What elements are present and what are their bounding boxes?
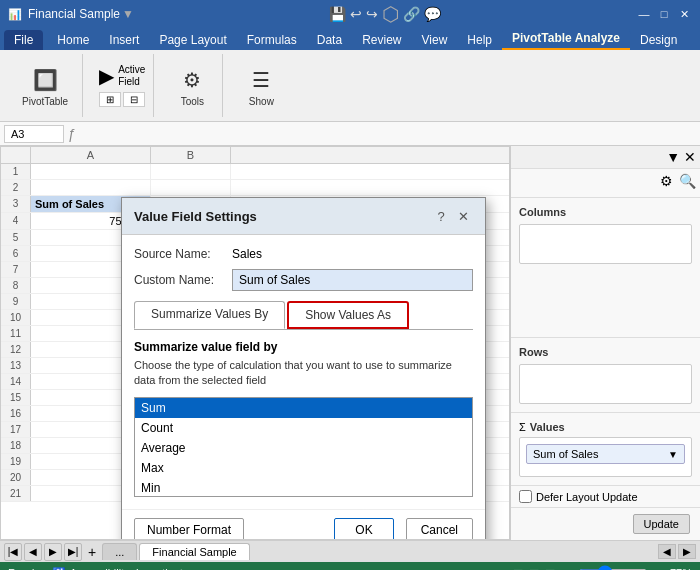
- values-field-dropdown-icon[interactable]: ▼: [668, 449, 678, 460]
- number-format-button[interactable]: Number Format: [134, 518, 244, 540]
- list-item-count[interactable]: Count: [135, 418, 472, 438]
- list-item-average[interactable]: Average: [135, 438, 472, 458]
- tab-file[interactable]: File: [4, 30, 43, 50]
- source-name-value: Sales: [232, 247, 262, 261]
- accessibility-status[interactable]: ♿ Accessibility: Investigate: [52, 567, 189, 571]
- status-bar: Ready ♿ Accessibility: Investigate ▦ ▤ ▣…: [0, 562, 700, 570]
- expand-field-button[interactable]: ⊞: [99, 92, 121, 107]
- tab-summarize-values-by[interactable]: Summarize Values By: [134, 301, 285, 329]
- sheet-navigation: |◀ ◀ ▶ ▶|: [4, 543, 82, 561]
- add-sheet-button[interactable]: +: [84, 544, 100, 560]
- search-icon[interactable]: 🔍: [679, 173, 696, 189]
- cell-reference-input[interactable]: [4, 125, 64, 143]
- panel-collapse-button[interactable]: ▼: [666, 149, 680, 165]
- tab-design[interactable]: Design: [630, 30, 687, 50]
- list-item-min[interactable]: Min: [135, 478, 472, 497]
- title-bar-text: Financial Sample: [28, 7, 120, 21]
- defer-layout-checkbox[interactable]: [519, 490, 532, 503]
- minimize-button[interactable]: —: [636, 6, 652, 22]
- view-icons: ▦ ▤ ▣: [513, 567, 555, 571]
- sigma-icon: Σ: [519, 421, 526, 433]
- dialog-body: Source Name: Sales Custom Name: Summariz…: [122, 235, 485, 509]
- zoom-slider[interactable]: [578, 565, 648, 570]
- maximize-button[interactable]: □: [656, 6, 672, 22]
- values-field-text: Sum of Sales: [533, 448, 664, 460]
- value-field-settings-dialog: Value Field Settings ? ✕ Source Name: Sa…: [121, 197, 486, 540]
- panel-close-button[interactable]: ✕: [684, 149, 696, 165]
- ribbon-group-active-field: ▶ ActiveField ⊞ ⊟: [91, 54, 154, 117]
- col-header-a: A: [31, 147, 151, 163]
- calculation-type-list[interactable]: Sum Count Average Max Min Product: [134, 397, 473, 497]
- sheet-nav-last-button[interactable]: ▶|: [64, 543, 82, 561]
- columns-field-area[interactable]: [519, 224, 692, 264]
- ribbon-group-pivottable: 🔲 PivotTable: [8, 54, 83, 117]
- tools-label: Tools: [181, 96, 204, 107]
- dropdown-icon: ▼: [122, 7, 134, 21]
- values-field-area[interactable]: Sum of Sales ▼: [519, 437, 692, 477]
- sheet-tab-financial-sample[interactable]: Financial Sample: [139, 543, 249, 560]
- dialog-action-buttons: OK Cancel: [334, 518, 473, 540]
- tab-review[interactable]: Review: [352, 30, 411, 50]
- sheet-nav-prev-button[interactable]: ◀: [24, 543, 42, 561]
- page-break-view-icon[interactable]: ▣: [545, 567, 555, 571]
- source-name-label: Source Name:: [134, 247, 224, 261]
- table-row: 1: [1, 164, 509, 180]
- redo-icon[interactable]: ↪: [366, 6, 378, 22]
- tab-show-values-as[interactable]: Show Values As: [287, 301, 409, 329]
- collapse-field-button[interactable]: ⊟: [123, 92, 145, 107]
- dialog-close-button[interactable]: ✕: [453, 206, 473, 226]
- sheet-tab-dots[interactable]: ...: [102, 543, 137, 560]
- pivottable-label: PivotTable: [22, 96, 68, 107]
- ok-button[interactable]: OK: [334, 518, 393, 540]
- status-right-section: ▦ ▤ ▣ − + 77%: [513, 565, 692, 570]
- values-field-item[interactable]: Sum of Sales ▼: [526, 444, 685, 464]
- accessibility-icon: ♿: [52, 567, 66, 571]
- tab-data[interactable]: Data: [307, 30, 352, 50]
- source-name-row: Source Name: Sales: [134, 247, 473, 261]
- tab-home[interactable]: Home: [47, 30, 99, 50]
- tab-formulas[interactable]: Formulas: [237, 30, 307, 50]
- list-item-max[interactable]: Max: [135, 458, 472, 478]
- sheet-nav-first-button[interactable]: |◀: [4, 543, 22, 561]
- cancel-button[interactable]: Cancel: [406, 518, 473, 540]
- ribbon: 🔲 PivotTable ▶ ActiveField ⊞ ⊟ ⚙ Tools ☰…: [0, 50, 700, 122]
- defer-layout-section: Defer Layout Update: [511, 486, 700, 507]
- pivottable-icon: 🔲: [29, 64, 61, 96]
- custom-name-input[interactable]: [232, 269, 473, 291]
- update-button[interactable]: Update: [633, 514, 690, 534]
- values-section: Σ Values Sum of Sales ▼: [511, 413, 700, 486]
- dialog-help-button[interactable]: ?: [431, 206, 451, 226]
- tab-view[interactable]: View: [412, 30, 458, 50]
- sheet-nav-next-button[interactable]: ▶: [44, 543, 62, 561]
- list-item-sum[interactable]: Sum: [135, 398, 472, 418]
- share-icon[interactable]: 🔗: [403, 6, 420, 22]
- pivottable-button[interactable]: 🔲 PivotTable: [16, 60, 74, 111]
- tab-page-layout[interactable]: Page Layout: [149, 30, 236, 50]
- tab-help[interactable]: Help: [457, 30, 502, 50]
- scroll-right-button[interactable]: ▶: [678, 544, 696, 559]
- page-layout-view-icon[interactable]: ▤: [529, 567, 539, 571]
- undo-icon[interactable]: ↩: [350, 6, 362, 22]
- normal-view-icon[interactable]: ▦: [513, 567, 523, 571]
- tab-pivottable-analyze[interactable]: PivotTable Analyze: [502, 28, 630, 50]
- pivot-field-list-panel: ▼ ✕ ⚙ 🔍 Columns Rows: [510, 146, 700, 540]
- active-field-label: ActiveField: [118, 64, 145, 88]
- comments-icon[interactable]: 💬: [424, 6, 441, 22]
- tools-button[interactable]: ⚙ Tools: [170, 60, 214, 111]
- scroll-left-button[interactable]: ◀: [658, 544, 676, 559]
- show-button[interactable]: ☰ Show: [239, 60, 283, 111]
- show-icon: ☰: [245, 64, 277, 96]
- tab-insert[interactable]: Insert: [99, 30, 149, 50]
- settings-icon[interactable]: ⚙: [660, 173, 673, 189]
- rows-field-area[interactable]: [519, 364, 692, 404]
- show-label: Show: [249, 96, 274, 107]
- close-button[interactable]: ✕: [676, 6, 692, 22]
- dialog-controls: ? ✕: [431, 206, 473, 226]
- window-controls: — □ ✕: [636, 6, 692, 22]
- columns-section: Columns: [511, 198, 700, 338]
- save-icon[interactable]: 💾: [329, 6, 346, 22]
- spreadsheet-area: A B 1 2 3Sum of Sales 4753391 5 6 7 8 9 …: [0, 146, 510, 540]
- custom-name-row: Custom Name:: [134, 269, 473, 291]
- dialog-tabs: Summarize Values By Show Values As: [134, 301, 473, 330]
- dialog-footer: Number Format OK Cancel: [122, 509, 485, 540]
